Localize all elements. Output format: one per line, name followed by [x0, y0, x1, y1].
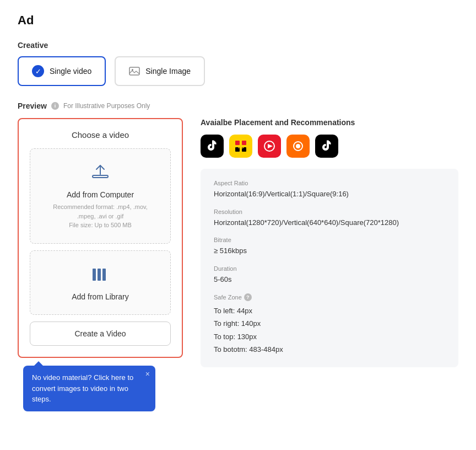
svg-marker-12 — [268, 144, 273, 148]
platform-pangle[interactable] — [286, 135, 310, 158]
creative-options: ✓ Single video Single Image — [18, 56, 458, 86]
resolution-value: Horizontal(1280*720)/Vertical(640*640)/S… — [214, 217, 445, 228]
svg-point-1 — [132, 69, 133, 71]
safe-zone-info-icon: ? — [244, 293, 252, 301]
bitrate-value: ≥ 516kbps — [214, 245, 445, 256]
aspect-ratio-value: Horizontal(16:9)/Vertical(1:1)/Square(9:… — [214, 189, 445, 200]
platform-fizzo[interactable] — [258, 135, 281, 158]
single-image-label: Single Image — [145, 67, 191, 76]
safe-zone-label: Safe Zone ? — [214, 293, 445, 301]
resolution-label: Resolution — [214, 208, 445, 215]
resolution-row: Resolution Horizontal(1280*720)/Vertical… — [214, 208, 445, 228]
add-from-library-option[interactable]: Add from Library — [30, 250, 171, 315]
video-chooser-title: Choose a video — [30, 130, 171, 140]
info-card: Aspect Ratio Horizontal(16:9)/Vertical(1… — [201, 169, 458, 367]
left-panel: Choose a video Add from Computer Recomme… — [18, 118, 183, 367]
placement-title: Avaialbe Placement and Recommenations — [201, 118, 458, 127]
platform-tiktok-main[interactable] — [201, 135, 224, 158]
add-from-computer-label: Add from Computer — [39, 190, 161, 199]
creative-label: Creative — [18, 41, 458, 50]
upload-icon — [39, 162, 161, 186]
add-from-computer-option[interactable]: Add from Computer Recommended format: .m… — [30, 148, 171, 244]
page-title: Ad — [18, 13, 458, 28]
bitrate-row: Bitrate ≥ 516kbps — [214, 237, 445, 256]
svg-rect-14 — [296, 144, 300, 148]
upload-desc: Recommended format: .mp4, .mov, .mpeg, .… — [39, 202, 161, 230]
check-icon: ✓ — [32, 65, 44, 77]
library-icon — [39, 264, 161, 288]
creative-section: Creative ✓ Single video Single Image — [18, 41, 458, 86]
preview-label: Preview — [18, 101, 47, 110]
image-icon — [129, 66, 140, 77]
add-from-library-label: Add from Library — [39, 292, 161, 301]
platform-topbuzz[interactable]: TO — [229, 135, 252, 158]
platform-icons: TO — [201, 135, 458, 158]
right-panel: Avaialbe Placement and Recommenations TO — [201, 118, 458, 367]
aspect-ratio-label: Aspect Ratio — [214, 180, 445, 186]
bitrate-label: Bitrate — [214, 237, 445, 243]
video-chooser: Choose a video Add from Computer Recomme… — [18, 118, 183, 358]
tooltip-arrow — [34, 361, 43, 366]
duration-value: 5-60s — [214, 274, 445, 285]
create-video-button[interactable]: Create a Video — [30, 322, 171, 346]
preview-note: For Illustrative Purposes Only — [63, 102, 150, 110]
svg-rect-4 — [98, 269, 101, 281]
duration-row: Duration 5-60s — [214, 265, 445, 285]
preview-header: Preview i For Illustrative Purposes Only — [18, 101, 458, 110]
tooltip-close-button[interactable]: × — [145, 370, 150, 378]
safe-zone-values: To left: 44pxTo right: 140pxTo top: 130p… — [214, 304, 445, 356]
aspect-ratio-row: Aspect Ratio Horizontal(16:9)/Vertical(1… — [214, 180, 445, 200]
svg-rect-0 — [129, 67, 139, 75]
tooltip-text: No video material? Click here to convert… — [32, 373, 133, 403]
platform-tiktok-ad[interactable] — [315, 135, 338, 158]
single-video-label: Single video — [50, 67, 91, 76]
main-content: Choose a video Add from Computer Recomme… — [18, 118, 458, 367]
svg-text:TO: TO — [237, 144, 244, 149]
single-image-option[interactable]: Single Image — [115, 56, 205, 86]
tooltip-bubble: × No video material? Click here to conve… — [23, 366, 155, 411]
preview-info-icon: i — [51, 102, 59, 110]
duration-label: Duration — [214, 265, 445, 272]
svg-rect-2 — [93, 175, 108, 178]
svg-rect-5 — [102, 269, 106, 281]
safe-zone-row: Safe Zone ? To left: 44pxTo right: 140px… — [214, 293, 445, 356]
single-video-option[interactable]: ✓ Single video — [18, 56, 106, 86]
svg-rect-3 — [93, 269, 96, 281]
